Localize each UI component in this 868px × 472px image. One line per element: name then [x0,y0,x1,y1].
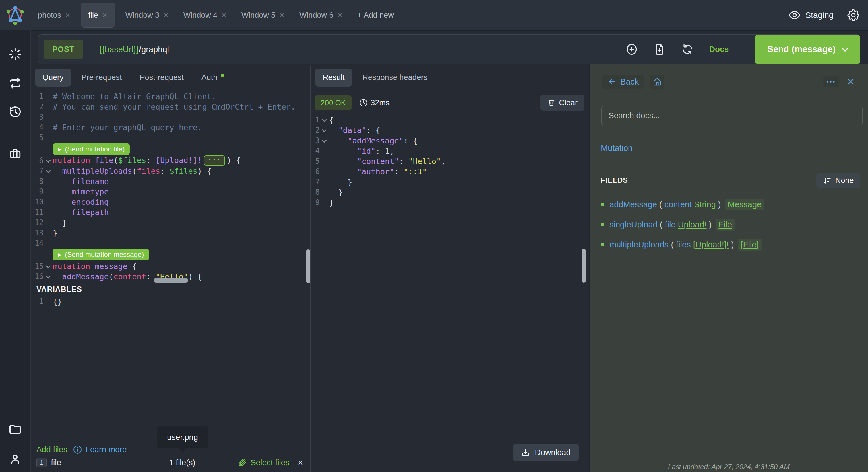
folder-icon[interactable] [8,423,22,436]
environment-selector[interactable]: Staging [788,9,834,22]
docs-close-button[interactable]: × [845,76,857,88]
code-line: 5 [30,133,310,143]
clock-icon [359,98,368,107]
learn-more-link[interactable]: Learn more [73,445,127,454]
tab-result[interactable]: Result [315,69,352,87]
url-input[interactable]: {{baseUrl}}/graphql [99,45,169,54]
code-text: {} [53,297,62,306]
fold-indicator[interactable] [43,167,53,175]
fold-indicator[interactable] [43,272,53,281]
http-method-selector[interactable]: POST [43,40,83,59]
add-collection-button[interactable] [625,43,638,56]
docs-field-singleupload: singleUpload ( file Upload! ) File [601,214,859,235]
docs-fields-heading: FIELDS [601,176,628,184]
horizontal-scrollbar[interactable] [154,278,188,283]
tab-post-request[interactable]: Post-request [132,69,191,87]
variables-section: VARIABLES 1{} [30,280,310,307]
code-line: 3 "addMessage": { [311,135,589,146]
window-tab-window-3[interactable]: Window 3× [118,11,176,20]
docs-search-input[interactable] [601,106,863,125]
window-tab-photos[interactable]: photos× [30,11,78,20]
add-new-window-button[interactable]: + Add new [350,11,401,20]
docs-back-button[interactable]: Back [602,75,644,89]
window-tab-file[interactable]: file× [81,3,115,28]
select-files-button[interactable]: Select files [237,458,289,467]
arg-type-link[interactable]: [Upload!]! [693,240,729,249]
tab-pre-request[interactable]: Pre-request [74,69,129,87]
docs-toggle-button[interactable]: Docs [709,45,729,54]
tab-close-icon[interactable]: × [337,11,342,20]
fold-indicator[interactable] [320,136,329,145]
fold-indicator[interactable] [320,126,329,135]
loading-spinner-icon[interactable] [8,47,22,61]
fold-indicator[interactable] [320,115,329,125]
left-sidebar [0,30,31,472]
code-text: "addMessage": { [329,136,417,145]
line-number: 2 [311,126,320,134]
docs-more-button[interactable]: ••• [823,76,839,87]
send-request-button[interactable]: Send (message) [755,35,860,64]
field-name-link[interactable]: addMessage [609,200,657,209]
download-result-button[interactable]: Download [513,444,579,461]
code-text: } [329,188,343,197]
file-variable-name-input[interactable]: file [51,458,61,467]
window-tab-label: file [88,11,98,20]
vertical-scrollbar[interactable] [306,249,310,283]
collapsed-fragment[interactable]: ··· [204,156,225,166]
code-line: 5 "content": "Hello", [311,156,589,166]
line-number: 4 [311,146,320,155]
tab-close-icon[interactable]: × [102,11,107,20]
add-files-link[interactable]: Add files [36,445,67,454]
docs-field-multipleuploads: multipleUploads ( files [Upload!]! ) [Fi… [601,235,859,255]
vertical-scrollbar[interactable] [582,249,586,283]
tab-close-icon[interactable]: × [65,11,70,20]
tab-auth[interactable]: Auth [194,69,232,87]
clear-result-button[interactable]: Clear [540,95,584,111]
window-tab-window-6[interactable]: Window 6× [292,11,350,20]
import-request-button[interactable] [654,43,665,55]
tab-close-icon[interactable]: × [163,11,168,20]
arg-type-link[interactable]: Upload! [678,220,707,229]
code-line: 3 [30,112,310,122]
account-icon[interactable] [8,452,22,466]
chevron-down-icon [46,168,51,173]
history-icon[interactable] [8,105,22,119]
reload-docs-button[interactable] [681,43,694,56]
altair-logo[interactable] [0,0,30,30]
code-text: # You can send your request using CmdOrC… [53,102,296,111]
arg-type-link[interactable]: String [694,200,716,209]
return-type-link[interactable]: Message [725,199,765,210]
field-name-link[interactable]: singleUpload [609,220,658,229]
swap-connections-icon[interactable] [8,76,22,90]
field-name-link[interactable]: multipleUploads [609,240,669,249]
collections-icon[interactable] [8,147,22,161]
arrow-left-icon [608,77,616,86]
play-icon: ▶ [58,146,61,152]
result-json-viewer[interactable]: 1{2 "data": {3 "addMessage": {4 "id": 1,… [311,115,589,208]
send-mutation-message-button[interactable]: ▶(Send mutation message) [53,249,149,260]
tab-close-icon[interactable]: × [221,11,226,20]
window-tab-window-5[interactable]: Window 5× [234,11,292,20]
docs-last-updated: Last updated: Apr 27, 2024, 4:31:50 AM [590,463,868,471]
tab-query[interactable]: Query [35,69,71,87]
docs-sort-button[interactable]: None [816,173,860,188]
docs-type-link[interactable]: Mutation [601,143,632,153]
fold-indicator[interactable] [43,262,53,271]
query-editor[interactable]: 1# Welcome to Altair GraphQL Client.2# Y… [30,90,310,283]
return-type-link[interactable]: File [716,219,735,231]
docs-home-button[interactable] [650,74,664,89]
variables-editor[interactable]: 1{} [30,296,310,307]
play-icon: ▶ [58,252,61,258]
tab-response-headers[interactable]: Response headers [355,69,435,87]
remove-file-button[interactable]: × [298,458,303,468]
send-label: Send (message) [767,44,836,55]
home-icon [653,77,662,86]
return-type-link[interactable]: [File] [738,239,762,250]
send-mutation-file-button[interactable]: ▶(Send mutation file) [53,143,130,155]
chevron-down-icon [46,158,51,163]
code-text: } [329,198,334,207]
window-tab-window-4[interactable]: Window 4× [176,11,234,20]
tab-close-icon[interactable]: × [279,11,284,20]
settings-button[interactable] [847,9,859,21]
fold-indicator[interactable] [43,156,53,165]
